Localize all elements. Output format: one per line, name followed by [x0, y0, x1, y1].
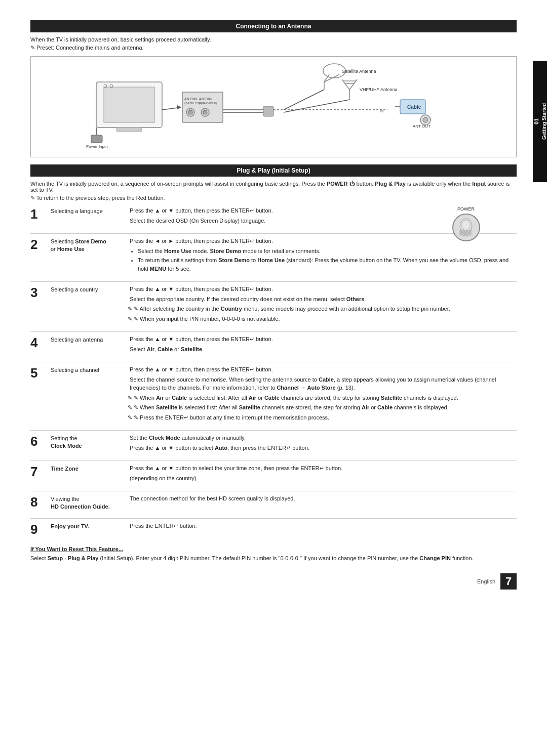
svg-point-48	[462, 220, 470, 230]
step-number-7: 7	[30, 464, 49, 478]
step-row-6: 6 Setting theClock Mode Set the Clock Mo…	[30, 434, 517, 456]
svg-text:(AIR/CABLE): (AIR/CABLE)	[199, 102, 217, 105]
steps-area: POWER 1 Selecting a language Press the ▲…	[30, 206, 517, 539]
step-label-1: Selecting a language	[49, 206, 125, 215]
svg-rect-4	[116, 128, 142, 132]
svg-rect-8	[182, 92, 223, 122]
section2-header: Plug & Play (Initial Setup)	[30, 164, 517, 177]
step-row-1: 1 Selecting a language Press the ▲ or ▼ …	[30, 206, 517, 229]
svg-text:or: or	[380, 108, 384, 113]
svg-text:VHF/UHF Antenna: VHF/UHF Antenna	[360, 87, 398, 92]
step-row-7: 7 Time Zone Press the ▲ or ▼ button to s…	[30, 464, 517, 487]
power-label: POWER	[446, 206, 486, 212]
svg-text:ANT1IN: ANT1IN	[199, 97, 212, 101]
step-desc-7: Press the ▲ or ▼ button to select the yo…	[125, 464, 517, 484]
svg-rect-44	[463, 229, 465, 236]
power-icon	[452, 214, 480, 241]
step-label-2: Selecting Store Demoor Home Use	[49, 237, 125, 254]
step-label-8: Viewing theHD Connection Guide.	[49, 494, 125, 511]
step-row-2: 2 Selecting Store Demoor Home Use Press …	[30, 237, 517, 277]
side-tab-number: 01	[533, 118, 539, 124]
step-row-9: 9 Enjoy your TV. Press the ENTER↵ button…	[30, 522, 517, 539]
step-row-5: 5 Selecting a channel Press the ▲ or ▼ b…	[30, 365, 517, 426]
svg-text:ANT OUT: ANT OUT	[413, 124, 431, 129]
section2-note: To return to the previous step, press th…	[30, 195, 517, 201]
svg-line-29	[284, 100, 349, 112]
svg-text:Power Input: Power Input	[86, 144, 108, 149]
svg-rect-5	[91, 135, 102, 143]
footer: English 7	[30, 570, 517, 590]
page: 01 Getting Started Connecting to an Ante…	[0, 0, 547, 756]
step-number-3: 3	[30, 285, 49, 299]
step-desc-4: Press the ▲ or ▼ button, then press the …	[125, 335, 517, 355]
step-label-3: Selecting a country	[49, 285, 125, 293]
antenna-diagram: Power Input ANT2IN (SATELLITE) ANT1IN (A…	[30, 56, 517, 157]
step-desc-2: Press the ◄ or ► button, then press the …	[125, 237, 517, 274]
step-row-8: 8 Viewing theHD Connection Guide. The co…	[30, 494, 517, 514]
svg-rect-32	[263, 106, 274, 116]
footer-language: English	[477, 578, 495, 584]
step-label-9: Enjoy your TV.	[49, 522, 125, 530]
step-desc-5: Press the ▲ or ▼ button, then press the …	[125, 365, 517, 423]
svg-rect-47	[460, 230, 462, 235]
svg-text:Cable: Cable	[407, 104, 421, 110]
step-number-4: 4	[30, 335, 49, 349]
step-label-7: Time Zone	[49, 464, 125, 473]
svg-marker-42	[177, 105, 181, 109]
svg-text:ANT2IN: ANT2IN	[184, 97, 197, 101]
step-number-5: 5	[30, 365, 49, 380]
svg-point-36	[423, 117, 428, 122]
power-illustration: POWER	[446, 206, 486, 241]
power-hand-svg	[456, 215, 476, 240]
section1-intro: When the TV is initially powered on, bas…	[30, 36, 517, 43]
step-number-8: 8	[30, 494, 49, 509]
svg-point-14	[188, 110, 192, 114]
if-reset-text: Select Setup - Plug & Play (Initial Setu…	[30, 554, 517, 563]
step-label-6: Setting theClock Mode	[49, 434, 125, 450]
step-number-9: 9	[30, 522, 49, 536]
svg-rect-46	[469, 230, 471, 235]
section2-intro: When the TV is initially powered on, a s…	[30, 181, 517, 193]
section1-header: Connecting to an Antenna	[30, 20, 517, 32]
svg-rect-45	[466, 230, 468, 236]
if-reset-title: If You Want to Reset This Feature...	[30, 546, 517, 552]
step-desc-6: Set the Clock Mode automatically or manu…	[125, 434, 517, 453]
section1-note: Preset: Connecting the mains and antenna…	[30, 45, 517, 51]
svg-line-28	[284, 90, 324, 110]
step-row-3: 3 Selecting a country Press the ▲ or ▼ b…	[30, 285, 517, 327]
step-label-4: Selecting an antenna	[49, 335, 125, 344]
side-tab: 01 Getting Started	[533, 61, 547, 182]
side-tab-label: Getting Started	[541, 103, 547, 140]
svg-point-16	[203, 110, 207, 114]
svg-text:Satellite Antenna: Satellite Antenna	[342, 69, 376, 74]
step-label-5: Selecting a channel	[49, 365, 125, 374]
step-number-6: 6	[30, 434, 49, 448]
step-row-4: 4 Selecting an antenna Press the ▲ or ▼ …	[30, 335, 517, 358]
step-number-1: 1	[30, 206, 49, 221]
step-desc-9: Press the ENTER↵ button.	[125, 522, 517, 532]
antenna-svg: Power Input ANT2IN (SATELLITE) ANT1IN (A…	[36, 62, 511, 153]
step-desc-8: The connection method for the best HD sc…	[125, 494, 517, 505]
footer-page-number: 7	[500, 573, 517, 590]
svg-rect-1	[104, 87, 154, 122]
step-number-2: 2	[30, 237, 49, 251]
step-desc-3: Press the ▲ or ▼ button, then press the …	[125, 285, 517, 324]
